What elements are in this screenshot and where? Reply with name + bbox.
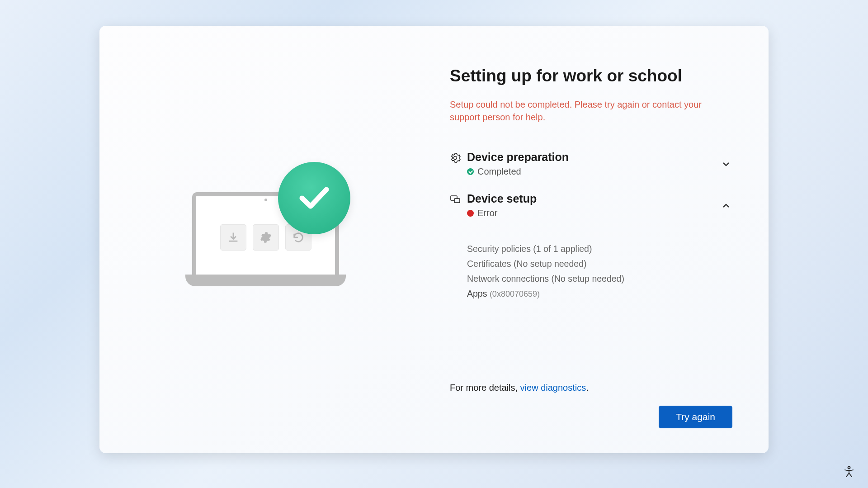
diagnostics-line: For more details, view diagnostics. [450,383,732,393]
content-pane: Setting up for work or school Setup coul… [434,26,769,453]
setup-card: Setting up for work or school Setup coul… [99,26,769,453]
step-device-preparation[interactable]: Device preparation Completed [450,151,732,177]
step-device-setup[interactable]: Device setup Error [450,192,732,218]
chevron-up-icon[interactable] [722,201,732,212]
chevron-down-icon[interactable] [722,160,732,171]
laptop-base [185,275,346,286]
steps-list: Device preparation Completed Device setu… [450,151,732,299]
detail-security-policies: Security policies (1 of 1 applied) [467,244,732,254]
diagnostics-suffix: . [586,383,589,393]
status-error-icon [467,210,474,217]
svg-rect-1 [454,199,460,203]
step-status: Error [467,208,705,218]
devices-icon [450,194,461,205]
laptop-illustration [185,163,348,289]
gear-icon [450,152,461,163]
illustration-pane [99,26,434,453]
svg-point-2 [848,467,850,469]
status-text: Error [477,208,497,218]
diagnostics-prefix: For more details, [450,383,520,393]
download-icon [220,224,246,251]
accessibility-icon[interactable] [843,465,855,478]
apps-label: Apps [467,289,487,298]
error-message: Setup could not be completed. Please try… [450,98,703,123]
status-completed-icon [467,168,474,175]
step-status: Completed [467,166,705,177]
gear-icon [253,224,279,251]
detail-network: Network connections (No setup needed) [467,274,732,284]
detail-apps: Apps (0x80070659) [467,289,732,299]
status-text: Completed [477,166,521,177]
laptop-camera [264,199,267,201]
try-again-button[interactable]: Try again [659,406,732,428]
detail-certificates: Certificates (No setup needed) [467,259,732,269]
device-setup-details: Security policies (1 of 1 applied) Certi… [467,244,732,299]
footer: For more details, view diagnostics. Try … [450,383,732,428]
step-title: Device setup [467,192,705,205]
apps-error-code: (0x80070659) [490,289,540,298]
step-title: Device preparation [467,151,705,164]
page-title: Setting up for work or school [450,66,732,85]
checkmark-badge-icon [278,162,350,234]
view-diagnostics-link[interactable]: view diagnostics [520,383,586,393]
